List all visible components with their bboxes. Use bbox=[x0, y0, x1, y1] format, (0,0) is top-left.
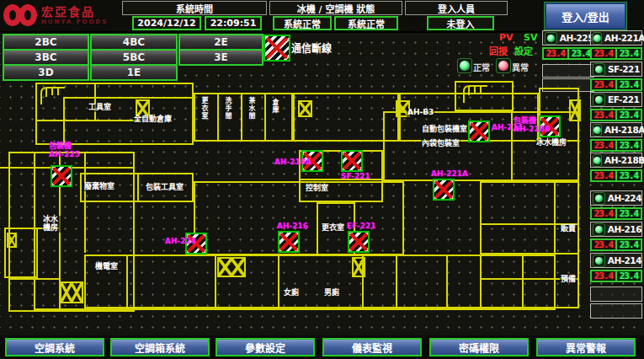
floorplan: 包裝機 AH-225 AH-224 AH-216 AH-218A SF-221 … bbox=[0, 31, 644, 335]
wall bbox=[278, 255, 279, 308]
room-label: 洗手間 bbox=[223, 97, 232, 120]
chiller-status-value: 系統正常 bbox=[273, 16, 332, 30]
system-time-label: 系統時間 bbox=[122, 1, 267, 15]
ahu-marker-sf-221[interactable] bbox=[341, 150, 363, 172]
wall bbox=[34, 308, 556, 310]
room-label: 廢棄物室 bbox=[83, 183, 115, 191]
ahu-marker-ah-225[interactable] bbox=[51, 165, 72, 187]
room-label: 冰水機房 bbox=[535, 139, 567, 147]
shaft-x-icon bbox=[217, 257, 246, 277]
room-label: 販賣 bbox=[560, 225, 577, 233]
room-label: 內袋包裝室 bbox=[421, 140, 460, 148]
room-label: AH-B3 bbox=[407, 109, 434, 117]
login-person-label: 登入人員 bbox=[405, 1, 508, 15]
login-logout-button[interactable]: 登入/登出 bbox=[545, 3, 626, 29]
wall bbox=[137, 173, 139, 202]
marker-label: 包裝機 AH-218B bbox=[514, 116, 551, 134]
room-label: 控制室 bbox=[305, 185, 329, 193]
nav-alarm-button[interactable]: 異常警報 bbox=[536, 338, 636, 356]
room-label: 包裝工具室 bbox=[145, 184, 184, 192]
wall bbox=[8, 278, 59, 280]
login-person-value: 未登入 bbox=[427, 16, 494, 30]
company-logo: 宏亞食品 HUNYA FOODS bbox=[3, 1, 136, 29]
stairs-icon bbox=[461, 83, 490, 105]
nav-ahu-system-button[interactable]: 空調箱系統 bbox=[110, 338, 210, 356]
room-label: 男廁 bbox=[323, 289, 340, 297]
marker-label: SF-221 bbox=[341, 172, 370, 180]
nav-meter-monitor-button[interactable]: 儀表監視 bbox=[322, 338, 422, 356]
logo-text: 宏亞食品 bbox=[41, 6, 108, 18]
room-label: 倉庫 bbox=[270, 99, 279, 114]
wall bbox=[63, 120, 139, 121]
room-label: 更衣室 bbox=[200, 97, 209, 120]
wall bbox=[84, 152, 86, 253]
ahu-marker-ef-221[interactable] bbox=[348, 231, 370, 253]
wall bbox=[34, 282, 35, 310]
shaft-x-icon bbox=[298, 100, 312, 117]
marker-label: AH-216 bbox=[277, 222, 308, 230]
wall bbox=[215, 255, 216, 308]
wall bbox=[241, 93, 242, 142]
logo-ring-icon bbox=[19, 4, 37, 26]
system-time-value: 22:09:51 bbox=[205, 16, 262, 30]
header-bar: 宏亞食品 HUNYA FOODS 系統時間 2024/12/12 22:09:5… bbox=[0, 0, 644, 33]
room-label: 自動包裝機室 bbox=[421, 126, 468, 134]
ac-status-value: 系統正常 bbox=[334, 16, 398, 30]
logo-subtext: HUNYA FOODS bbox=[41, 19, 108, 25]
marker-label: 包裝機 AH-225 bbox=[49, 142, 80, 159]
wall bbox=[511, 111, 513, 181]
nav-ac-system-button[interactable]: 空調系統 bbox=[5, 338, 104, 356]
room-label: 茶水間 bbox=[247, 97, 256, 120]
nav-parameter-set-button[interactable]: 參數設定 bbox=[216, 338, 315, 356]
marker-label: AH-224 bbox=[165, 237, 196, 245]
wall bbox=[264, 93, 266, 142]
marker-label: AH-218A bbox=[274, 158, 311, 166]
system-date-value: 2024/12/12 bbox=[132, 16, 201, 30]
room-label: 預備 bbox=[560, 276, 577, 284]
ahu-marker-ah-216[interactable] bbox=[278, 231, 300, 253]
room-label: 全自動倉庫 bbox=[133, 115, 173, 124]
shaft-x-icon bbox=[60, 281, 83, 303]
footer-nav: 空調系統 空調箱系統 參數設定 儀表監視 密碼權限 異常警報 bbox=[0, 335, 644, 359]
room-label: 女廁 bbox=[283, 289, 300, 297]
shaft-x-icon bbox=[569, 99, 581, 121]
wall bbox=[480, 253, 579, 255]
room-label: 工具室 bbox=[88, 104, 112, 112]
room-label: 冰水 機房 bbox=[42, 216, 62, 233]
ahu-marker-ah-221a[interactable] bbox=[433, 179, 455, 201]
stairs-icon bbox=[39, 85, 67, 107]
marker-label: EF-221 bbox=[347, 222, 376, 230]
shaft-x-icon bbox=[7, 233, 17, 248]
room-label: 更衣室 bbox=[321, 224, 345, 233]
marker-label: AH-221A bbox=[431, 169, 468, 178]
ahu-marker-ah-214[interactable] bbox=[468, 121, 490, 142]
shaft-x-icon bbox=[352, 257, 365, 277]
wall bbox=[480, 181, 579, 308]
nav-password-auth-button[interactable]: 密碼權限 bbox=[429, 338, 529, 356]
wall bbox=[446, 255, 448, 308]
wall bbox=[217, 93, 219, 142]
wall bbox=[396, 255, 397, 308]
machine-status-label: 冰機 / 空調機 狀態 bbox=[269, 1, 402, 15]
wall bbox=[554, 181, 556, 308]
wall bbox=[126, 255, 128, 308]
room-label: 機電室 bbox=[94, 263, 119, 271]
